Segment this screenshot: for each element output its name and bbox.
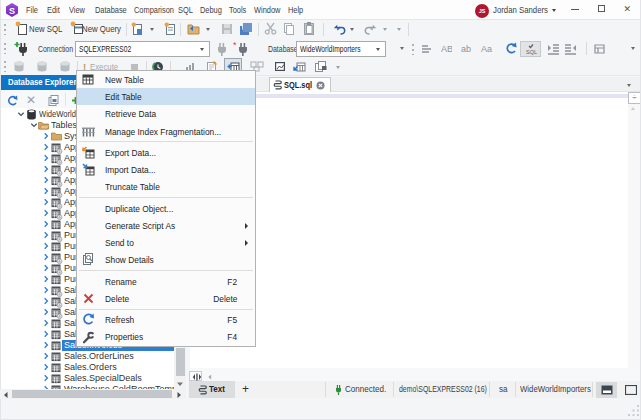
svg-text:AB: AB bbox=[441, 44, 452, 54]
svg-text:S: S bbox=[9, 6, 15, 16]
svg-text:SQL: SQL bbox=[526, 49, 537, 55]
svg-text:*: * bbox=[233, 41, 237, 50]
svg-text:JS: JS bbox=[479, 8, 486, 14]
svg-text:ab: ab bbox=[461, 44, 471, 54]
svg-text:Aa: Aa bbox=[481, 44, 492, 54]
